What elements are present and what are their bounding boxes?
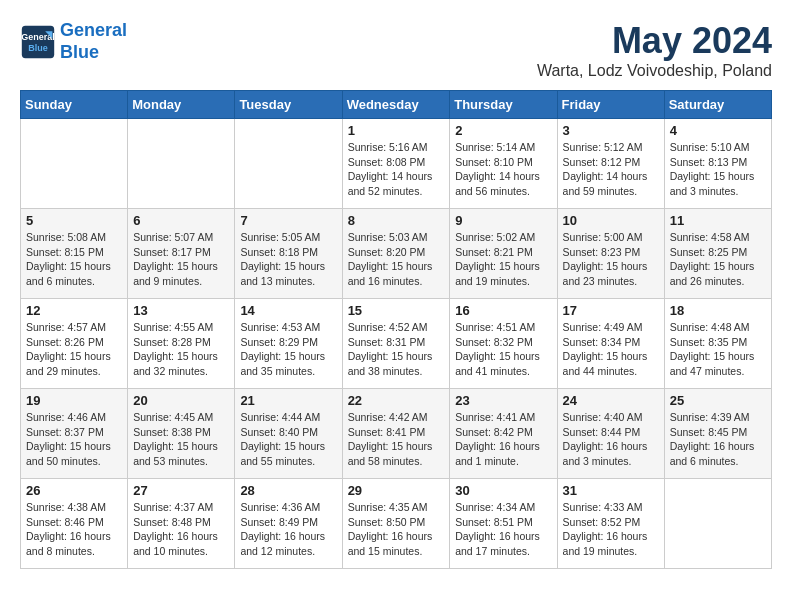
day-cell: 10Sunrise: 5:00 AM Sunset: 8:23 PM Dayli…: [557, 209, 664, 299]
day-cell: 8Sunrise: 5:03 AM Sunset: 8:20 PM Daylig…: [342, 209, 450, 299]
day-number: 18: [670, 303, 766, 318]
day-number: 13: [133, 303, 229, 318]
day-number: 11: [670, 213, 766, 228]
day-cell: 22Sunrise: 4:42 AM Sunset: 8:41 PM Dayli…: [342, 389, 450, 479]
header-cell-wednesday: Wednesday: [342, 91, 450, 119]
week-row-5: 26Sunrise: 4:38 AM Sunset: 8:46 PM Dayli…: [21, 479, 772, 569]
day-number: 21: [240, 393, 336, 408]
day-number: 31: [563, 483, 659, 498]
day-cell: 15Sunrise: 4:52 AM Sunset: 8:31 PM Dayli…: [342, 299, 450, 389]
logo: General Blue General Blue: [20, 20, 127, 63]
header-cell-tuesday: Tuesday: [235, 91, 342, 119]
day-info: Sunrise: 4:44 AM Sunset: 8:40 PM Dayligh…: [240, 410, 336, 469]
day-info: Sunrise: 4:40 AM Sunset: 8:44 PM Dayligh…: [563, 410, 659, 469]
day-cell: 13Sunrise: 4:55 AM Sunset: 8:28 PM Dayli…: [128, 299, 235, 389]
day-number: 15: [348, 303, 445, 318]
day-number: 8: [348, 213, 445, 228]
svg-text:Blue: Blue: [28, 43, 48, 53]
day-cell: 4Sunrise: 5:10 AM Sunset: 8:13 PM Daylig…: [664, 119, 771, 209]
day-info: Sunrise: 4:42 AM Sunset: 8:41 PM Dayligh…: [348, 410, 445, 469]
day-cell: 31Sunrise: 4:33 AM Sunset: 8:52 PM Dayli…: [557, 479, 664, 569]
day-number: 26: [26, 483, 122, 498]
header-cell-monday: Monday: [128, 91, 235, 119]
day-number: 19: [26, 393, 122, 408]
day-number: 10: [563, 213, 659, 228]
day-number: 20: [133, 393, 229, 408]
day-number: 25: [670, 393, 766, 408]
day-number: 9: [455, 213, 551, 228]
day-number: 29: [348, 483, 445, 498]
day-cell: [664, 479, 771, 569]
day-number: 27: [133, 483, 229, 498]
day-cell: 6Sunrise: 5:07 AM Sunset: 8:17 PM Daylig…: [128, 209, 235, 299]
header-cell-saturday: Saturday: [664, 91, 771, 119]
day-number: 7: [240, 213, 336, 228]
day-info: Sunrise: 4:36 AM Sunset: 8:49 PM Dayligh…: [240, 500, 336, 559]
day-number: 2: [455, 123, 551, 138]
day-number: 3: [563, 123, 659, 138]
day-number: 22: [348, 393, 445, 408]
day-number: 4: [670, 123, 766, 138]
day-cell: 30Sunrise: 4:34 AM Sunset: 8:51 PM Dayli…: [450, 479, 557, 569]
day-cell: 2Sunrise: 5:14 AM Sunset: 8:10 PM Daylig…: [450, 119, 557, 209]
day-cell: 9Sunrise: 5:02 AM Sunset: 8:21 PM Daylig…: [450, 209, 557, 299]
day-number: 23: [455, 393, 551, 408]
day-info: Sunrise: 5:08 AM Sunset: 8:15 PM Dayligh…: [26, 230, 122, 289]
day-number: 17: [563, 303, 659, 318]
calendar-title: May 2024: [537, 20, 772, 62]
day-info: Sunrise: 5:16 AM Sunset: 8:08 PM Dayligh…: [348, 140, 445, 199]
header-cell-thursday: Thursday: [450, 91, 557, 119]
calendar-subtitle: Warta, Lodz Voivodeship, Poland: [537, 62, 772, 80]
day-info: Sunrise: 4:45 AM Sunset: 8:38 PM Dayligh…: [133, 410, 229, 469]
day-number: 24: [563, 393, 659, 408]
day-number: 16: [455, 303, 551, 318]
header-cell-friday: Friday: [557, 91, 664, 119]
day-cell: [128, 119, 235, 209]
day-number: 5: [26, 213, 122, 228]
day-cell: [21, 119, 128, 209]
day-info: Sunrise: 5:00 AM Sunset: 8:23 PM Dayligh…: [563, 230, 659, 289]
day-cell: 1Sunrise: 5:16 AM Sunset: 8:08 PM Daylig…: [342, 119, 450, 209]
header-row: SundayMondayTuesdayWednesdayThursdayFrid…: [21, 91, 772, 119]
day-info: Sunrise: 5:03 AM Sunset: 8:20 PM Dayligh…: [348, 230, 445, 289]
day-cell: 28Sunrise: 4:36 AM Sunset: 8:49 PM Dayli…: [235, 479, 342, 569]
logo-text: General Blue: [60, 20, 127, 63]
calendar-table: SundayMondayTuesdayWednesdayThursdayFrid…: [20, 90, 772, 569]
day-info: Sunrise: 4:51 AM Sunset: 8:32 PM Dayligh…: [455, 320, 551, 379]
day-info: Sunrise: 4:35 AM Sunset: 8:50 PM Dayligh…: [348, 500, 445, 559]
day-info: Sunrise: 5:14 AM Sunset: 8:10 PM Dayligh…: [455, 140, 551, 199]
day-cell: 29Sunrise: 4:35 AM Sunset: 8:50 PM Dayli…: [342, 479, 450, 569]
day-info: Sunrise: 4:46 AM Sunset: 8:37 PM Dayligh…: [26, 410, 122, 469]
day-cell: 14Sunrise: 4:53 AM Sunset: 8:29 PM Dayli…: [235, 299, 342, 389]
day-cell: 23Sunrise: 4:41 AM Sunset: 8:42 PM Dayli…: [450, 389, 557, 479]
day-info: Sunrise: 5:05 AM Sunset: 8:18 PM Dayligh…: [240, 230, 336, 289]
day-number: 28: [240, 483, 336, 498]
day-info: Sunrise: 4:58 AM Sunset: 8:25 PM Dayligh…: [670, 230, 766, 289]
day-number: 12: [26, 303, 122, 318]
week-row-1: 1Sunrise: 5:16 AM Sunset: 8:08 PM Daylig…: [21, 119, 772, 209]
day-cell: 18Sunrise: 4:48 AM Sunset: 8:35 PM Dayli…: [664, 299, 771, 389]
day-info: Sunrise: 4:55 AM Sunset: 8:28 PM Dayligh…: [133, 320, 229, 379]
day-info: Sunrise: 4:38 AM Sunset: 8:46 PM Dayligh…: [26, 500, 122, 559]
day-cell: 27Sunrise: 4:37 AM Sunset: 8:48 PM Dayli…: [128, 479, 235, 569]
week-row-2: 5Sunrise: 5:08 AM Sunset: 8:15 PM Daylig…: [21, 209, 772, 299]
header-cell-sunday: Sunday: [21, 91, 128, 119]
day-info: Sunrise: 5:07 AM Sunset: 8:17 PM Dayligh…: [133, 230, 229, 289]
day-cell: 21Sunrise: 4:44 AM Sunset: 8:40 PM Dayli…: [235, 389, 342, 479]
day-info: Sunrise: 4:48 AM Sunset: 8:35 PM Dayligh…: [670, 320, 766, 379]
day-number: 1: [348, 123, 445, 138]
day-info: Sunrise: 4:34 AM Sunset: 8:51 PM Dayligh…: [455, 500, 551, 559]
day-number: 14: [240, 303, 336, 318]
day-cell: 24Sunrise: 4:40 AM Sunset: 8:44 PM Dayli…: [557, 389, 664, 479]
week-row-4: 19Sunrise: 4:46 AM Sunset: 8:37 PM Dayli…: [21, 389, 772, 479]
day-info: Sunrise: 4:37 AM Sunset: 8:48 PM Dayligh…: [133, 500, 229, 559]
day-info: Sunrise: 4:52 AM Sunset: 8:31 PM Dayligh…: [348, 320, 445, 379]
day-cell: 20Sunrise: 4:45 AM Sunset: 8:38 PM Dayli…: [128, 389, 235, 479]
day-cell: 3Sunrise: 5:12 AM Sunset: 8:12 PM Daylig…: [557, 119, 664, 209]
day-cell: 11Sunrise: 4:58 AM Sunset: 8:25 PM Dayli…: [664, 209, 771, 299]
day-info: Sunrise: 5:02 AM Sunset: 8:21 PM Dayligh…: [455, 230, 551, 289]
day-info: Sunrise: 4:57 AM Sunset: 8:26 PM Dayligh…: [26, 320, 122, 379]
day-cell: 7Sunrise: 5:05 AM Sunset: 8:18 PM Daylig…: [235, 209, 342, 299]
day-cell: 5Sunrise: 5:08 AM Sunset: 8:15 PM Daylig…: [21, 209, 128, 299]
day-info: Sunrise: 5:10 AM Sunset: 8:13 PM Dayligh…: [670, 140, 766, 199]
